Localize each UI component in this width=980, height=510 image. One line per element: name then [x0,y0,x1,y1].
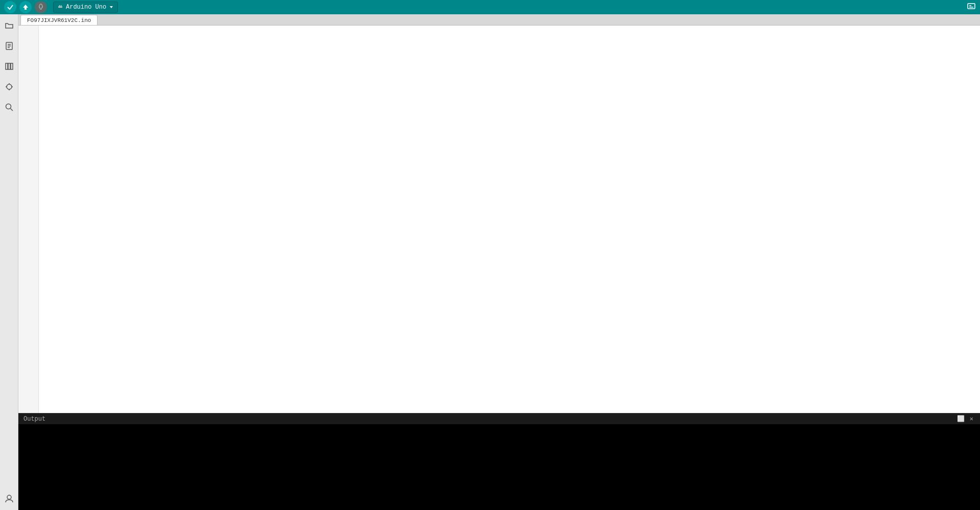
upload-button[interactable] [19,1,32,13]
svg-rect-6 [968,4,975,9]
svg-rect-1 [58,6,62,7]
svg-marker-5 [110,6,113,8]
svg-line-22 [10,109,13,111]
svg-rect-2 [58,7,62,8]
board-selector[interactable]: Arduino Uno [53,2,118,13]
line-numbers [18,26,39,413]
file-tab-name: FO97JIXJVR61V2C.ino [27,17,91,23]
svg-rect-13 [6,63,8,69]
sidebar-profile-icon[interactable] [2,492,16,506]
tab-bar: FO97JIXJVR61V2C.ino [18,14,980,26]
editor [18,26,980,413]
output-expand-icon[interactable]: ⬜ [955,415,966,423]
output-panel: Output ⬜ ✕ [18,413,980,510]
output-close-icon[interactable]: ✕ [968,415,975,423]
toolbar: Arduino Uno [0,0,980,14]
sidebar-sketchbook-icon[interactable] [2,39,16,53]
svg-point-21 [6,104,11,109]
sidebar-libraries-icon[interactable] [2,59,16,74]
sidebar-debug-icon[interactable] [2,80,16,94]
output-content [18,424,980,510]
svg-rect-3 [59,5,60,6]
svg-point-16 [7,84,12,89]
svg-point-23 [7,495,11,499]
output-label: Output [23,416,45,423]
svg-rect-15 [11,63,13,69]
svg-rect-14 [8,63,10,69]
output-header: Output ⬜ ✕ [18,413,980,424]
sidebar [0,14,18,510]
verify-button[interactable] [4,1,16,13]
toolbar-right [967,2,976,13]
file-tab[interactable]: FO97JIXJVR61V2C.ino [20,15,98,25]
svg-rect-4 [61,5,61,6]
board-name: Arduino Uno [66,4,106,11]
svg-marker-0 [23,5,28,10]
serial-monitor-icon[interactable] [967,2,976,13]
sidebar-folder-icon[interactable] [2,18,16,33]
sidebar-search-icon[interactable] [2,100,16,114]
debug-button[interactable] [35,1,47,13]
output-controls: ⬜ ✕ [955,415,975,423]
code-area[interactable] [39,26,980,413]
